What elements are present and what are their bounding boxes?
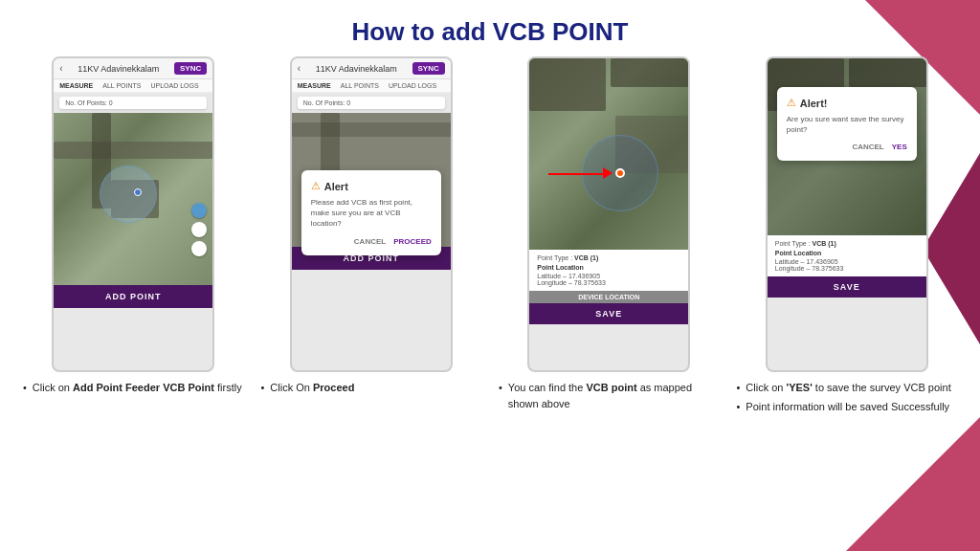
points-bar: No. Of Points: 0 xyxy=(59,97,207,109)
alert4-body: Are you sure want save the survey point? xyxy=(787,114,907,135)
lon-val-3: 78.375633 xyxy=(574,279,606,286)
point-type-val-4: VCB (1) xyxy=(813,240,836,247)
add-point-bar-1[interactable]: ADD POINT xyxy=(54,285,212,308)
latitude-3: Latitude – 17.436905 xyxy=(537,273,680,279)
tab-measure[interactable]: MEASURE xyxy=(59,82,93,89)
map-bldg-4 xyxy=(529,58,606,111)
bullet-dot-4b: • xyxy=(737,399,741,415)
map-road-1 xyxy=(54,142,212,159)
tab-all-points[interactable]: ALL POINTS xyxy=(102,82,141,89)
steps-container: ‹ 11KV Adavinekkalam SYNC MEASURE ALL PO… xyxy=(0,56,980,417)
alert-title-2: Alert xyxy=(324,181,348,192)
longitude-4: Longitude – 78.375633 xyxy=(775,265,919,272)
red-arrow-line xyxy=(548,173,606,175)
sync-button[interactable]: SYNC xyxy=(174,62,207,75)
map-circle-1 xyxy=(100,165,157,223)
bullet-text-1: Click on Add Point Feeder VCB Point firs… xyxy=(33,380,242,396)
point-loc-title-3: Point Location xyxy=(537,264,680,271)
phone1-header: ‹ 11KV Adavinekkalam SYNC xyxy=(54,58,212,79)
phone-map-3 xyxy=(529,58,688,250)
step-1-phone: ‹ 11KV Adavinekkalam SYNC MEASURE ALL PO… xyxy=(52,56,214,372)
step-4-col: ⚠ Alert! Are you sure want save the surv… xyxy=(733,56,962,417)
phone2-tabs: MEASURE ALL POINTS UPLOAD LOGS xyxy=(292,79,451,93)
phone-info-4: Point Type : VCB (1) Point Location Lati… xyxy=(768,235,926,276)
lon-label-3: Longitude xyxy=(537,279,567,286)
point-type-4: Point Type : VCB (1) xyxy=(775,240,919,247)
map-buttons-1 xyxy=(191,203,207,256)
lat-val-3: 17.436905 xyxy=(568,273,600,279)
alert4-warning-icon: ⚠ xyxy=(787,97,796,109)
alert4-cancel-btn[interactable]: CANCEL xyxy=(852,143,883,151)
bullet-dot-1: • xyxy=(23,380,27,396)
bullets-4: • Click on 'YES' to save the survey VCB … xyxy=(733,372,962,417)
lon-label-4: Longitude xyxy=(775,265,805,272)
red-arrow-head xyxy=(603,167,612,179)
alert4-buttons: CANCEL YES xyxy=(787,143,907,151)
phone1-tabs: MEASURE ALL POINTS UPLOAD LOGS xyxy=(54,79,212,93)
lat-label-3: Latitude xyxy=(537,273,561,279)
alert-cancel-btn[interactable]: CANCEL xyxy=(354,237,386,246)
save-bar-3[interactable]: SAVE xyxy=(529,303,688,324)
alert-dialog-4: ⚠ Alert! Are you sure want save the surv… xyxy=(777,87,917,161)
bullets-1: • Click on Add Point Feeder VCB Point fi… xyxy=(19,372,248,399)
bullet-item-4a: • Click on 'YES' to save the survey VCB … xyxy=(737,380,958,396)
bullet-text-4b: Point information will be saved Successf… xyxy=(746,399,949,415)
back-arrow-2: ‹ xyxy=(298,63,301,74)
step-3-phone: Point Type : VCB (1) Point Location Lati… xyxy=(527,56,690,372)
save-bar-4[interactable]: SAVE xyxy=(768,276,926,298)
points-bar-2: No. Of Points: 0 xyxy=(298,97,445,109)
point-type-3: Point Type : VCB (1) xyxy=(537,254,680,261)
bullet-text-3: You can find the VCB point as mapped sho… xyxy=(508,380,720,411)
bullet-dot-2: • xyxy=(261,380,265,396)
tab-upload-logs[interactable]: UPLOAD LOGS xyxy=(150,82,198,89)
bullet-item-3: • You can find the VCB point as mapped s… xyxy=(499,380,720,411)
deco-bottom-right xyxy=(846,417,980,551)
back-arrow-icon: ‹ xyxy=(59,63,62,74)
step-1-col: ‹ 11KV Adavinekkalam SYNC MEASURE ALL PO… xyxy=(19,56,248,417)
phone1-title: 11KV Adavinekkalam xyxy=(78,64,159,74)
sync-btn-2[interactable]: SYNC xyxy=(412,62,445,75)
lon-val-4: 78.375633 xyxy=(812,265,843,272)
alert-buttons-2: CANCEL PROCEED xyxy=(311,237,432,246)
tab2-upload-logs[interactable]: UPLOAD LOGS xyxy=(389,82,436,89)
alert-body-2: Please add VCB as first point, make sure… xyxy=(311,197,432,230)
step-2-phone: ‹ 11KV Adavinekkalam SYNC MEASURE ALL PO… xyxy=(290,56,453,372)
phone2-header: ‹ 11KV Adavinekkalam SYNC xyxy=(292,58,451,79)
step-2-col: ‹ 11KV Adavinekkalam SYNC MEASURE ALL PO… xyxy=(257,56,486,417)
tab2-all-points[interactable]: ALL POINTS xyxy=(341,82,379,89)
phone2-title: 11KV Adavinekkalam xyxy=(316,64,397,74)
alert4-title-row: ⚠ Alert! xyxy=(787,97,907,109)
bullet-item-4b: • Point information will be saved Succes… xyxy=(737,399,958,415)
lat-val-4: 17.436905 xyxy=(806,258,837,265)
map-road-2 xyxy=(292,122,453,137)
bullets-3: • You can find the VCB point as mapped s… xyxy=(495,372,724,414)
bullet-dot-3: • xyxy=(499,380,502,411)
page-title: How to add VCB POINT xyxy=(0,0,980,56)
bullet-item-1: • Click on Add Point Feeder VCB Point fi… xyxy=(23,380,244,396)
alert4-title: Alert! xyxy=(800,98,828,109)
device-loc-bar[interactable]: DEVICE LOCATION xyxy=(529,291,688,303)
alert-dialog-2: ⚠ Alert Please add VCB as first point, m… xyxy=(301,170,441,255)
bullets-2: • Click On Proceed xyxy=(257,372,486,399)
step-3-col: Point Type : VCB (1) Point Location Lati… xyxy=(495,56,724,417)
bullet-text-4a: Click on 'YES' to save the survey VCB po… xyxy=(746,380,950,396)
alert4-yes-btn[interactable]: YES xyxy=(892,143,907,151)
map-area-2: ⚠ Alert Please add VCB as first point, m… xyxy=(292,113,451,247)
map-btn-1[interactable] xyxy=(191,222,207,237)
lat-label-4: Latitude xyxy=(775,258,799,265)
alert-warning-icon: ⚠ xyxy=(311,180,321,192)
step-4-phone: ⚠ Alert! Are you sure want save the surv… xyxy=(766,56,928,372)
bullet-dot-4a: • xyxy=(737,380,741,396)
bullet-item-2: • Click On Proceed xyxy=(261,380,482,396)
phone-map-4: ⚠ Alert! Are you sure want save the surv… xyxy=(768,58,926,235)
info-btn-1[interactable] xyxy=(191,203,207,218)
map-bldg-5 xyxy=(611,58,688,87)
map-area-1 xyxy=(54,113,212,285)
longitude-3: Longitude – 78.375633 xyxy=(537,279,680,286)
point-loc-title-4: Point Location xyxy=(775,250,919,256)
map-btn-2[interactable] xyxy=(191,241,207,256)
bullet-text-2: Click On Proceed xyxy=(270,380,354,396)
alert-proceed-btn[interactable]: PROCEED xyxy=(393,237,432,246)
tab2-measure[interactable]: MEASURE xyxy=(298,82,331,89)
phone-info-3: Point Type : VCB (1) Point Location Lati… xyxy=(529,250,688,291)
